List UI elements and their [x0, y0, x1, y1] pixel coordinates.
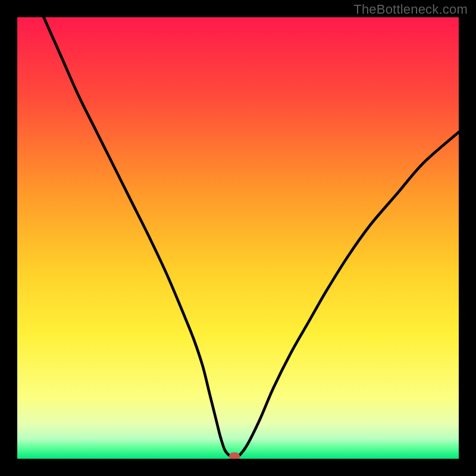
chart-container: TheBottleneck.com — [0, 0, 476, 476]
svg-rect-0 — [17, 17, 459, 459]
chart-svg — [17, 17, 459, 459]
watermark-text: TheBottleneck.com — [353, 2, 468, 17]
plot-area — [17, 17, 459, 459]
optimal-marker — [229, 452, 240, 459]
